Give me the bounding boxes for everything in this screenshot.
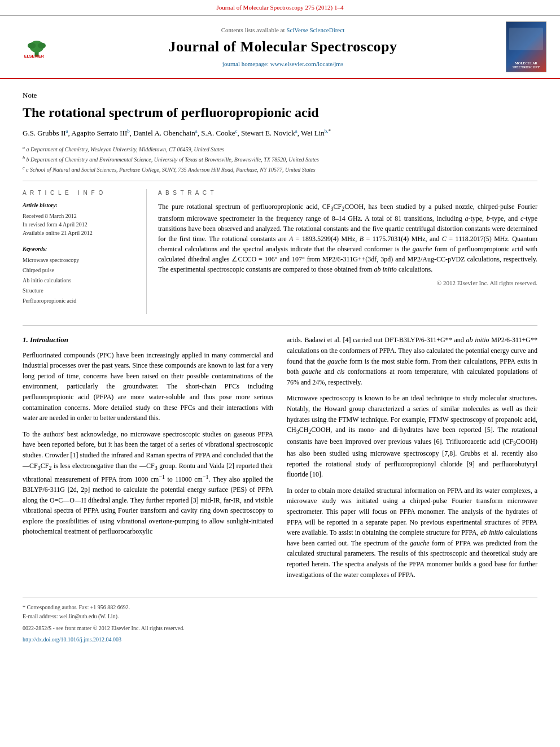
footer-license: 0022-2852/$ - see front matter © 2012 El… (23, 624, 537, 632)
article-history-label: Article history: (23, 202, 141, 209)
affil-b: b b Department of Chemistry and Environm… (23, 155, 537, 164)
keyword-2: Chirped pulse (23, 265, 141, 276)
journal-header: ELSEVIER Contents lists available at Sci… (0, 16, 560, 79)
intro-heading: 1. Introduction (23, 335, 273, 345)
journal-cover: MOLECULAR SPECTROSCOPY (504, 21, 549, 72)
keywords-section: Keywords: Microwave spectroscopy Chirped… (23, 245, 141, 306)
right-para-2: Microwave spectroscopy is known to be an… (287, 393, 537, 479)
keyword-1: Microwave spectroscopy (23, 255, 141, 265)
received-date: Received 8 March 2012 (23, 212, 141, 220)
affil-c: c c School of Natural and Social Science… (23, 165, 537, 174)
svg-point-2 (28, 43, 36, 49)
main-content: Note The rotational spectrum of perfluor… (0, 79, 560, 655)
available-date: Available online 21 April 2012 (23, 229, 141, 237)
authors-line: G.S. Grubbs IIa, Agapito Serrato IIIb, D… (23, 127, 537, 139)
abstract-column: A B S T R A C T The pure rotational spec… (158, 189, 537, 314)
footnote-section: * Corresponding author. Fax: +1 956 882 … (23, 597, 537, 644)
article-info-abstract: A R T I C L E I N F O Article history: R… (23, 181, 537, 314)
body-right-col: acids. Badawi et al. [4] carried out DFT… (287, 335, 537, 586)
article-title: The rotational spectrum of perfluoroprop… (23, 104, 537, 121)
journal-cover-image: MOLECULAR SPECTROSCOPY (506, 21, 546, 72)
footnote-email: E-mail address: wei.lin@utb.edu (W. Lin)… (23, 613, 119, 619)
body-section: 1. Introduction Perfluorinated compounds… (23, 325, 537, 586)
right-para-1: acids. Badawi et al. [4] carried out DFT… (287, 335, 537, 387)
abstract-body: The pure rotational spectrum of perfluor… (158, 202, 537, 274)
article-info-heading: A R T I C L E I N F O (23, 189, 141, 197)
doi-link[interactable]: http://dx.doi.org/10.1016/j.jms.2012.04.… (23, 636, 121, 643)
journal-homepage: journal homepage: www.elsevier.com/locat… (68, 60, 498, 68)
license-text: 0022-2852/$ - see front matter © 2012 El… (23, 625, 185, 631)
affil-a: a a Department of Chemistry, Wesleyan Un… (23, 145, 537, 154)
elsevier-logo: ELSEVIER (14, 32, 59, 63)
keyword-4: Structure (23, 286, 141, 296)
keyword-3: Ab initio calculations (23, 276, 141, 286)
note-label: Note (23, 90, 537, 101)
sciverse-label: Contents lists available at (221, 27, 285, 33)
right-para-3: In order to obtain more detailed structu… (287, 486, 537, 580)
sciverse-link[interactable]: SciVerse ScienceDirect (286, 27, 344, 33)
journal-reference: Journal of Molecular Spectroscopy 275 (2… (0, 0, 560, 16)
keywords-label: Keywords: (23, 245, 141, 253)
journal-title-area: Contents lists available at SciVerse Sci… (68, 26, 498, 68)
homepage-link[interactable]: journal homepage: www.elsevier.com/locat… (222, 60, 343, 67)
journal-ref-text: Journal of Molecular Spectroscopy 275 (2… (217, 4, 344, 11)
sciverse-text: Contents lists available at SciVerse Sci… (68, 26, 498, 34)
body-left-col: 1. Introduction Perfluorinated compounds… (23, 335, 273, 586)
cover-label: MOLECULAR SPECTROSCOPY (513, 62, 540, 69)
email-note: E-mail address: wei.lin@utb.edu (W. Lin)… (23, 612, 537, 621)
journal-main-title: Journal of Molecular Spectroscopy (68, 37, 498, 57)
article-info-column: A R T I C L E I N F O Article history: R… (23, 189, 147, 314)
keywords-list: Microwave spectroscopy Chirped pulse Ab … (23, 255, 141, 306)
footer-doi: http://dx.doi.org/10.1016/j.jms.2012.04.… (23, 636, 537, 644)
elsevier-logo-area: ELSEVIER (11, 32, 62, 63)
intro-para-2: To the authors' best acknowledge, no mic… (23, 429, 273, 537)
svg-point-3 (38, 43, 46, 49)
svg-text:ELSEVIER: ELSEVIER (24, 55, 44, 59)
affiliations: a a Department of Chemistry, Wesleyan Un… (23, 145, 537, 174)
keyword-5: Perfluoropropionic acid (23, 296, 141, 306)
abstract-heading: A B S T R A C T (158, 189, 537, 197)
copyright-line: © 2012 Elsevier Inc. All rights reserved… (158, 279, 537, 287)
article-history: Article history: Received 8 March 2012 I… (23, 202, 141, 237)
corresponding-author-note: * Corresponding author. Fax: +1 956 882 … (23, 603, 537, 612)
footnote-corresponding: * Corresponding author. Fax: +1 956 882 … (23, 604, 130, 610)
revised-date: In revised form 4 April 2012 (23, 220, 141, 229)
intro-para-1: Perfluorinated compounds (PFC) have been… (23, 350, 273, 423)
